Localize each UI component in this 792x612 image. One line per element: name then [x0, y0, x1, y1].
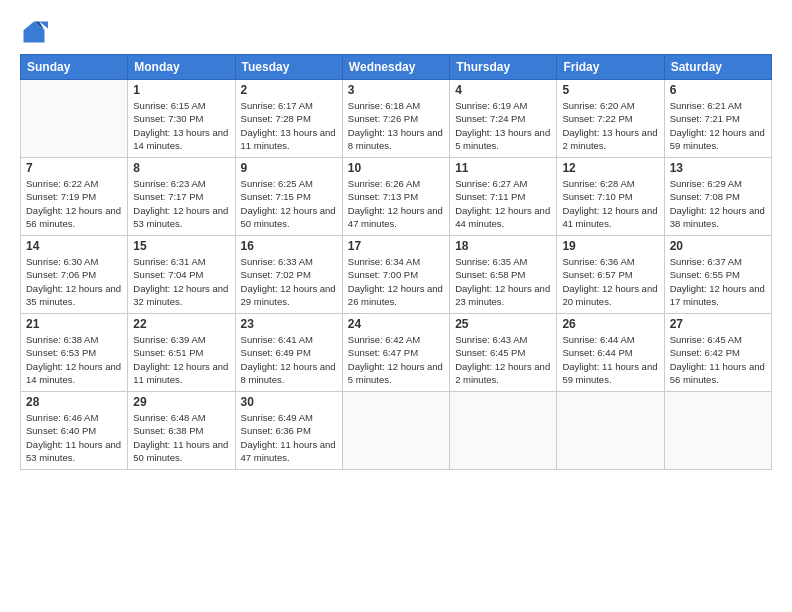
header	[20, 18, 772, 46]
calendar-weekday-header: Saturday	[664, 55, 771, 80]
day-number: 9	[241, 161, 337, 175]
cell-info: Sunrise: 6:19 AMSunset: 7:24 PMDaylight:…	[455, 99, 551, 152]
day-number: 2	[241, 83, 337, 97]
calendar-cell: 11Sunrise: 6:27 AMSunset: 7:11 PMDayligh…	[450, 158, 557, 236]
svg-marker-0	[24, 22, 45, 43]
calendar-cell: 14Sunrise: 6:30 AMSunset: 7:06 PMDayligh…	[21, 236, 128, 314]
calendar-cell	[450, 392, 557, 470]
cell-info: Sunrise: 6:17 AMSunset: 7:28 PMDaylight:…	[241, 99, 337, 152]
day-number: 18	[455, 239, 551, 253]
cell-info: Sunrise: 6:39 AMSunset: 6:51 PMDaylight:…	[133, 333, 229, 386]
calendar-cell: 17Sunrise: 6:34 AMSunset: 7:00 PMDayligh…	[342, 236, 449, 314]
day-number: 7	[26, 161, 122, 175]
day-number: 8	[133, 161, 229, 175]
cell-info: Sunrise: 6:30 AMSunset: 7:06 PMDaylight:…	[26, 255, 122, 308]
day-number: 1	[133, 83, 229, 97]
calendar-cell	[557, 392, 664, 470]
day-number: 26	[562, 317, 658, 331]
day-number: 4	[455, 83, 551, 97]
calendar-cell: 8Sunrise: 6:23 AMSunset: 7:17 PMDaylight…	[128, 158, 235, 236]
day-number: 24	[348, 317, 444, 331]
cell-info: Sunrise: 6:26 AMSunset: 7:13 PMDaylight:…	[348, 177, 444, 230]
day-number: 10	[348, 161, 444, 175]
calendar-cell: 7Sunrise: 6:22 AMSunset: 7:19 PMDaylight…	[21, 158, 128, 236]
calendar-table: SundayMondayTuesdayWednesdayThursdayFrid…	[20, 54, 772, 470]
cell-info: Sunrise: 6:15 AMSunset: 7:30 PMDaylight:…	[133, 99, 229, 152]
day-number: 14	[26, 239, 122, 253]
cell-info: Sunrise: 6:21 AMSunset: 7:21 PMDaylight:…	[670, 99, 766, 152]
calendar-weekday-header: Monday	[128, 55, 235, 80]
cell-info: Sunrise: 6:23 AMSunset: 7:17 PMDaylight:…	[133, 177, 229, 230]
day-number: 5	[562, 83, 658, 97]
cell-info: Sunrise: 6:49 AMSunset: 6:36 PMDaylight:…	[241, 411, 337, 464]
calendar-cell: 30Sunrise: 6:49 AMSunset: 6:36 PMDayligh…	[235, 392, 342, 470]
day-number: 11	[455, 161, 551, 175]
day-number: 12	[562, 161, 658, 175]
calendar-cell	[21, 80, 128, 158]
cell-info: Sunrise: 6:18 AMSunset: 7:26 PMDaylight:…	[348, 99, 444, 152]
calendar-cell: 27Sunrise: 6:45 AMSunset: 6:42 PMDayligh…	[664, 314, 771, 392]
calendar-cell: 26Sunrise: 6:44 AMSunset: 6:44 PMDayligh…	[557, 314, 664, 392]
calendar-week-row: 14Sunrise: 6:30 AMSunset: 7:06 PMDayligh…	[21, 236, 772, 314]
day-number: 27	[670, 317, 766, 331]
cell-info: Sunrise: 6:48 AMSunset: 6:38 PMDaylight:…	[133, 411, 229, 464]
calendar-cell: 28Sunrise: 6:46 AMSunset: 6:40 PMDayligh…	[21, 392, 128, 470]
cell-info: Sunrise: 6:44 AMSunset: 6:44 PMDaylight:…	[562, 333, 658, 386]
calendar-cell: 23Sunrise: 6:41 AMSunset: 6:49 PMDayligh…	[235, 314, 342, 392]
day-number: 28	[26, 395, 122, 409]
calendar-weekday-header: Tuesday	[235, 55, 342, 80]
calendar-cell: 12Sunrise: 6:28 AMSunset: 7:10 PMDayligh…	[557, 158, 664, 236]
day-number: 23	[241, 317, 337, 331]
calendar-week-row: 21Sunrise: 6:38 AMSunset: 6:53 PMDayligh…	[21, 314, 772, 392]
calendar-cell: 25Sunrise: 6:43 AMSunset: 6:45 PMDayligh…	[450, 314, 557, 392]
calendar-cell	[664, 392, 771, 470]
calendar-cell: 1Sunrise: 6:15 AMSunset: 7:30 PMDaylight…	[128, 80, 235, 158]
day-number: 17	[348, 239, 444, 253]
logo-icon	[20, 18, 48, 46]
calendar-cell: 22Sunrise: 6:39 AMSunset: 6:51 PMDayligh…	[128, 314, 235, 392]
calendar-cell: 19Sunrise: 6:36 AMSunset: 6:57 PMDayligh…	[557, 236, 664, 314]
calendar-cell: 5Sunrise: 6:20 AMSunset: 7:22 PMDaylight…	[557, 80, 664, 158]
calendar-cell: 24Sunrise: 6:42 AMSunset: 6:47 PMDayligh…	[342, 314, 449, 392]
cell-info: Sunrise: 6:34 AMSunset: 7:00 PMDaylight:…	[348, 255, 444, 308]
cell-info: Sunrise: 6:31 AMSunset: 7:04 PMDaylight:…	[133, 255, 229, 308]
cell-info: Sunrise: 6:22 AMSunset: 7:19 PMDaylight:…	[26, 177, 122, 230]
day-number: 15	[133, 239, 229, 253]
cell-info: Sunrise: 6:37 AMSunset: 6:55 PMDaylight:…	[670, 255, 766, 308]
cell-info: Sunrise: 6:33 AMSunset: 7:02 PMDaylight:…	[241, 255, 337, 308]
cell-info: Sunrise: 6:42 AMSunset: 6:47 PMDaylight:…	[348, 333, 444, 386]
cell-info: Sunrise: 6:43 AMSunset: 6:45 PMDaylight:…	[455, 333, 551, 386]
day-number: 30	[241, 395, 337, 409]
calendar-header-row: SundayMondayTuesdayWednesdayThursdayFrid…	[21, 55, 772, 80]
day-number: 22	[133, 317, 229, 331]
day-number: 3	[348, 83, 444, 97]
day-number: 19	[562, 239, 658, 253]
page: SundayMondayTuesdayWednesdayThursdayFrid…	[0, 0, 792, 612]
calendar-weekday-header: Wednesday	[342, 55, 449, 80]
day-number: 6	[670, 83, 766, 97]
calendar-cell: 21Sunrise: 6:38 AMSunset: 6:53 PMDayligh…	[21, 314, 128, 392]
cell-info: Sunrise: 6:35 AMSunset: 6:58 PMDaylight:…	[455, 255, 551, 308]
day-number: 25	[455, 317, 551, 331]
cell-info: Sunrise: 6:25 AMSunset: 7:15 PMDaylight:…	[241, 177, 337, 230]
day-number: 16	[241, 239, 337, 253]
calendar-cell: 29Sunrise: 6:48 AMSunset: 6:38 PMDayligh…	[128, 392, 235, 470]
calendar-cell: 13Sunrise: 6:29 AMSunset: 7:08 PMDayligh…	[664, 158, 771, 236]
cell-info: Sunrise: 6:29 AMSunset: 7:08 PMDaylight:…	[670, 177, 766, 230]
calendar-cell: 16Sunrise: 6:33 AMSunset: 7:02 PMDayligh…	[235, 236, 342, 314]
calendar-week-row: 1Sunrise: 6:15 AMSunset: 7:30 PMDaylight…	[21, 80, 772, 158]
calendar-cell: 6Sunrise: 6:21 AMSunset: 7:21 PMDaylight…	[664, 80, 771, 158]
calendar-cell: 3Sunrise: 6:18 AMSunset: 7:26 PMDaylight…	[342, 80, 449, 158]
calendar-cell: 10Sunrise: 6:26 AMSunset: 7:13 PMDayligh…	[342, 158, 449, 236]
cell-info: Sunrise: 6:46 AMSunset: 6:40 PMDaylight:…	[26, 411, 122, 464]
cell-info: Sunrise: 6:38 AMSunset: 6:53 PMDaylight:…	[26, 333, 122, 386]
calendar-cell	[342, 392, 449, 470]
day-number: 13	[670, 161, 766, 175]
calendar-cell: 2Sunrise: 6:17 AMSunset: 7:28 PMDaylight…	[235, 80, 342, 158]
calendar-week-row: 28Sunrise: 6:46 AMSunset: 6:40 PMDayligh…	[21, 392, 772, 470]
cell-info: Sunrise: 6:20 AMSunset: 7:22 PMDaylight:…	[562, 99, 658, 152]
calendar-cell: 20Sunrise: 6:37 AMSunset: 6:55 PMDayligh…	[664, 236, 771, 314]
cell-info: Sunrise: 6:45 AMSunset: 6:42 PMDaylight:…	[670, 333, 766, 386]
cell-info: Sunrise: 6:28 AMSunset: 7:10 PMDaylight:…	[562, 177, 658, 230]
day-number: 20	[670, 239, 766, 253]
